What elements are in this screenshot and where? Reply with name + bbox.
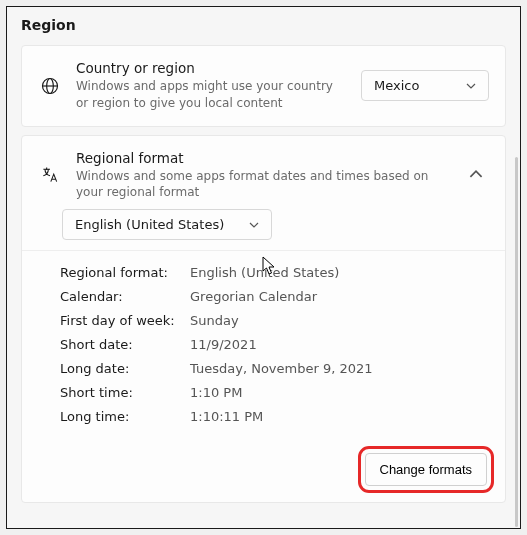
country-region-card: Country or region Windows and apps might… (21, 45, 506, 127)
regional-format-value: English (United States) (75, 217, 224, 232)
detail-value-regional-format: English (United States) (190, 265, 339, 280)
chevron-down-icon (466, 83, 476, 89)
detail-value-short-date: 11/9/2021 (190, 337, 257, 352)
detail-value-long-time: 1:10:11 PM (190, 409, 263, 424)
scrollbar[interactable] (515, 157, 518, 527)
format-details: Regional format: English (United States)… (22, 250, 505, 443)
regional-format-title: Regional format (76, 150, 455, 166)
detail-label-long-time: Long time: (60, 409, 190, 424)
regional-format-card: Regional format Windows and some apps fo… (21, 135, 506, 504)
detail-label-long-date: Long date: (60, 361, 190, 376)
detail-label-first-day: First day of week: (60, 313, 190, 328)
language-icon (38, 165, 62, 185)
chevron-down-icon (249, 222, 259, 228)
detail-label-regional-format: Regional format: (60, 265, 190, 280)
change-formats-button[interactable]: Change formats (365, 453, 488, 486)
chevron-up-icon (469, 167, 483, 181)
country-region-value: Mexico (374, 78, 419, 93)
detail-label-short-time: Short time: (60, 385, 190, 400)
country-region-subtitle: Windows and apps might use your country … (76, 78, 347, 112)
detail-value-calendar: Gregorian Calendar (190, 289, 317, 304)
detail-value-long-date: Tuesday, November 9, 2021 (190, 361, 373, 376)
globe-icon (38, 76, 62, 96)
regional-format-select[interactable]: English (United States) (62, 209, 272, 240)
collapse-toggle[interactable] (469, 167, 489, 184)
detail-label-calendar: Calendar: (60, 289, 190, 304)
detail-value-first-day: Sunday (190, 313, 239, 328)
detail-value-short-time: 1:10 PM (190, 385, 242, 400)
regional-format-subtitle: Windows and some apps format dates and t… (76, 168, 455, 202)
page-title: Region (21, 17, 506, 33)
country-region-select[interactable]: Mexico (361, 70, 489, 101)
detail-label-short-date: Short date: (60, 337, 190, 352)
country-region-title: Country or region (76, 60, 347, 76)
